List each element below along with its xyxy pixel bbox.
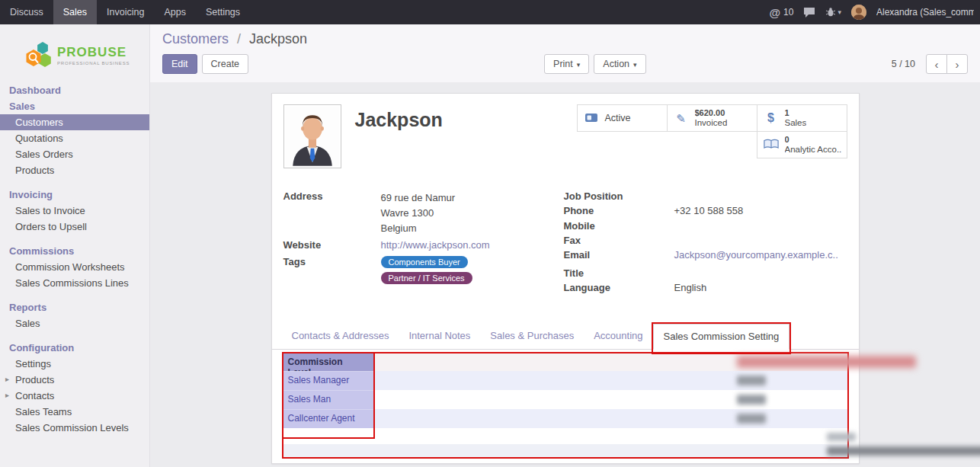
breadcrumb-current-record: Jackpson (249, 31, 307, 46)
redacted-header-content (737, 356, 916, 368)
sidebar-section-commissions-title[interactable]: Commissions (0, 243, 149, 259)
breadcrumb-customers-link[interactable]: Customers (162, 31, 229, 46)
mentions-button[interactable]: @ 10 (769, 6, 793, 19)
sidebar-item-commission-worksheets[interactable]: Commission Worksheets (0, 259, 149, 275)
sidebar-section-commissions: Commissions Commission Worksheets Sales … (0, 243, 149, 291)
sidebar-section-reports-title[interactable]: Reports (0, 299, 149, 315)
redacted-cell-content (737, 414, 766, 424)
tab-accounting[interactable]: Accounting (584, 324, 652, 349)
breadcrumb-separator: / (237, 31, 241, 46)
sidebar-item-sales-orders[interactable]: Sales Orders (0, 146, 149, 162)
tags-value: Components Buyer Partner / IT Services (381, 256, 472, 288)
website-label: Website (283, 239, 381, 251)
dollar-icon (763, 112, 780, 124)
tab-sales-commission-setting[interactable]: Sales Commission Setting (653, 324, 790, 350)
address-value: 69 rue de Namur Wavre 1300 Belgium (381, 190, 456, 236)
customer-photo[interactable] (283, 104, 341, 168)
topbar-right-cluster: @ 10 ▾ Alexandra (Sales_com (769, 5, 980, 20)
probuse-logo-icon (23, 40, 53, 70)
menu-apps[interactable]: Apps (154, 0, 196, 24)
phone-label: Phone (564, 205, 674, 217)
title-label: Title (564, 267, 674, 280)
annotation-box-commission-table: Commission Level Sales Manager (282, 352, 849, 459)
field-groups: Address 69 rue de Namur Wavre 1300 Belgi… (272, 170, 859, 296)
menu-discuss[interactable]: Discuss (0, 0, 53, 24)
pager-next-button[interactable]: › (946, 54, 968, 74)
notebook-tabs: Contacts & Addresses Internal Notes Sale… (272, 324, 859, 350)
commission-level-cell[interactable]: Sales Man (283, 390, 373, 409)
website-link[interactable]: http://www.jackpson.com (381, 239, 490, 251)
main-area: Customers / Jackpson Edit Create Print A… (150, 24, 980, 467)
redacted-cell-content (737, 376, 766, 385)
tab-sales-purchases[interactable]: Sales & Purchases (480, 324, 584, 349)
table-row-sales-manager[interactable]: Sales Manager (283, 371, 847, 390)
sidebar-section-invoicing: Invoicing Sales to Invoice Orders to Ups… (0, 187, 149, 235)
sidebar-item-products[interactable]: Products (0, 162, 149, 178)
sidebar-item-dashboard[interactable]: Dashboard (0, 82, 149, 98)
sidebar-item-orders-to-upsell[interactable]: Orders to Upsell (0, 219, 149, 235)
analytic-accounts-stat-button[interactable]: 0 Analytic Acco... (757, 131, 847, 158)
commission-level-cell[interactable]: Callcenter Agent (283, 409, 373, 428)
commission-level-cell[interactable]: Sales Manager (283, 371, 373, 390)
table-row-sales-man[interactable]: Sales Man (283, 390, 847, 409)
email-link[interactable]: Jackpson@yourcompany.example.c.. (674, 249, 838, 261)
sidebar-item-sales-to-invoice[interactable]: Sales to Invoice (0, 203, 149, 219)
sidebar-item-quotations[interactable]: Quotations (0, 130, 149, 146)
app-window: Discuss Sales Invoicing Apps Settings @ … (0, 0, 980, 467)
top-menu-bar: Discuss Sales Invoicing Apps Settings @ … (0, 0, 980, 24)
logo-subtitle: PROFESSIONAL BUSINESS (57, 61, 130, 66)
sidebar-item-customers[interactable]: Customers (0, 114, 149, 130)
caret-down-icon (633, 59, 637, 69)
tag-components-buyer: Components Buyer (381, 256, 468, 268)
pencil-icon (673, 113, 690, 124)
user-menu[interactable]: Alexandra (Sales_comm.. (876, 7, 974, 18)
sidebar-item-config-contacts[interactable]: Contacts (0, 388, 149, 404)
control-panel: Customers / Jackpson Edit Create Print A… (150, 24, 980, 82)
create-button[interactable]: Create (202, 54, 249, 74)
tab-internal-notes[interactable]: Internal Notes (399, 324, 480, 349)
tags-label: Tags (283, 256, 381, 288)
sidebar-section-sales: Sales Customers Quotations Sales Orders … (0, 98, 149, 178)
at-mention-icon: @ (769, 6, 780, 19)
commission-level-column-header[interactable]: Commission Level (283, 353, 373, 371)
sidebar-item-config-products[interactable]: Products (0, 372, 149, 388)
menu-settings[interactable]: Settings (196, 0, 250, 24)
debug-bug-icon[interactable]: ▾ (825, 7, 841, 18)
language-value: English (674, 282, 707, 294)
tab-contacts-addresses[interactable]: Contacts & Addresses (282, 324, 399, 349)
sidebar-item-reports-sales[interactable]: Sales (0, 315, 149, 331)
probuse-logo: PROBUSE PROFESSIONAL BUSINESS (23, 40, 149, 70)
sidebar-section-reports: Reports Sales (0, 299, 149, 331)
pager-previous-button[interactable]: ‹ (926, 54, 947, 74)
sales-stat-button[interactable]: 1 Sales (757, 104, 847, 132)
sidebar-item-sales-teams[interactable]: Sales Teams (0, 404, 149, 420)
breadcrumb: Customers / Jackpson (162, 31, 968, 47)
sidebar-item-sales-commissions-lines[interactable]: Sales Commissions Lines (0, 275, 149, 291)
email-label: Email (564, 249, 674, 261)
sidebar-item-settings[interactable]: Settings (0, 356, 149, 372)
sidebar-section-configuration-title[interactable]: Configuration (0, 340, 149, 356)
active-toggle-button[interactable]: Active (577, 104, 668, 132)
phone-value: +32 10 588 558 (674, 205, 744, 217)
table-row-callcenter-agent[interactable]: Callcenter Agent (283, 409, 847, 428)
table-footer-row (283, 444, 847, 457)
redacted-cell-content (827, 433, 856, 441)
caret-down-icon (577, 59, 581, 69)
action-dropdown-button[interactable]: Action (594, 54, 645, 74)
sidebar-item-sales-commission-levels[interactable]: Sales Commission Levels (0, 420, 149, 436)
tag-partner-it-services: Partner / IT Services (381, 272, 472, 284)
form-view-content: Jackpson Active $620.00 In (150, 82, 980, 464)
sidebar-section-sales-title[interactable]: Sales (0, 98, 149, 114)
sidebar-section-invoicing-title[interactable]: Invoicing (0, 187, 149, 203)
menu-invoicing[interactable]: Invoicing (97, 0, 154, 24)
customer-form-sheet: Jackpson Active $620.00 In (271, 93, 860, 464)
user-avatar[interactable] (851, 5, 866, 20)
sidebar: PROBUSE PROFESSIONAL BUSINESS Dashboard … (0, 24, 150, 467)
chat-bubble-icon[interactable] (803, 7, 815, 18)
invoiced-stat-button[interactable]: $620.00 Invoiced (667, 104, 757, 132)
menu-sales[interactable]: Sales (53, 0, 97, 24)
redacted-footer-content (827, 446, 980, 456)
print-dropdown-button[interactable]: Print (544, 54, 589, 74)
businessman-avatar-image (286, 107, 339, 166)
edit-button[interactable]: Edit (162, 54, 197, 74)
